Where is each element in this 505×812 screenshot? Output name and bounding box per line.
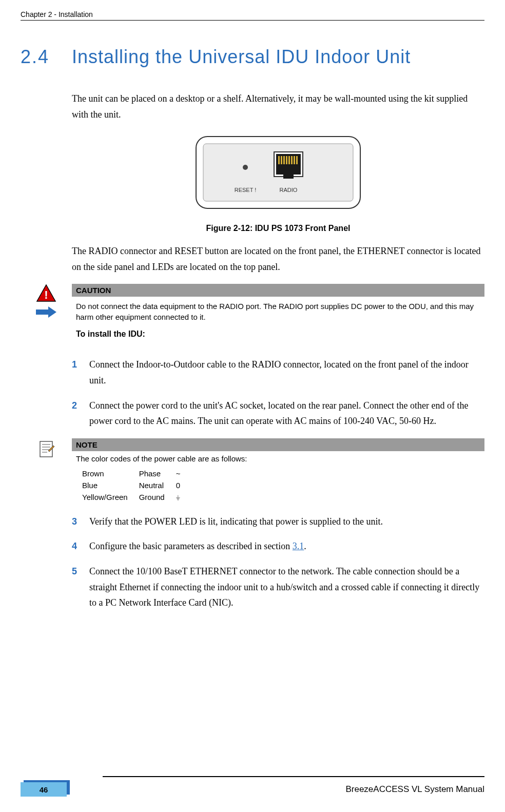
role-cell: Neutral <box>139 480 175 491</box>
radio-label: RADIO <box>280 187 298 193</box>
step-text: Connect the Indoor-to-Outdoor cable to t… <box>89 357 484 388</box>
figure-2-12: RESET ! RADIO Figure 2-12: IDU PS 1073 F… <box>72 131 484 233</box>
role-cell: Phase <box>139 468 175 479</box>
step-text: Configure the basic parameters as descri… <box>89 538 484 554</box>
step-number: 3 <box>72 514 89 530</box>
table-row: Brown Phase ~ <box>82 468 190 479</box>
page-footer: 46 BreezeACCESS VL System Manual <box>0 776 505 797</box>
step-text: Connect the power cord to the unit's AC … <box>89 398 484 429</box>
svg-rect-13 <box>296 156 298 164</box>
svg-rect-9 <box>286 156 287 164</box>
step-number: 2 <box>72 398 89 429</box>
step-3: 3 Verify that the POWER LED is lit, indi… <box>72 514 484 530</box>
note-callout: NOTE The color codes of the power cable … <box>21 438 484 509</box>
svg-rect-12 <box>294 156 295 164</box>
symbol-cell: ⏚ <box>176 492 191 502</box>
caution-callout: ! CAUTION Do not connect the data equipm… <box>21 284 484 352</box>
reset-label: RESET ! <box>235 187 257 193</box>
svg-point-2 <box>243 165 248 170</box>
step-5: 5 Connect the 10/100 BaseT ETHERNET conn… <box>72 564 484 611</box>
step-text: Verify that the POWER LED is lit, indica… <box>89 514 484 530</box>
symbol-cell: 0 <box>176 480 191 491</box>
caution-text: Do not connect the data equipment to the… <box>72 300 484 325</box>
paragraph-2: The RADIO connector and RESET button are… <box>72 243 484 275</box>
step-number: 4 <box>72 538 89 554</box>
svg-rect-8 <box>283 156 285 164</box>
table-row: Yellow/Green Ground ⏚ <box>82 492 190 502</box>
warning-icon: ! <box>36 284 56 302</box>
page-number: 46 <box>40 785 48 794</box>
note-header: NOTE <box>72 438 484 451</box>
symbol-cell: ~ <box>176 468 191 479</box>
note-intro: The color codes of the power cable are a… <box>72 454 484 467</box>
step-1: 1 Connect the Indoor-to-Outdoor cable to… <box>72 357 484 388</box>
step-number: 5 <box>72 564 89 611</box>
table-row: Blue Neutral 0 <box>82 480 190 491</box>
svg-rect-6 <box>278 156 280 164</box>
idu-front-panel-illustration: RESET ! RADIO <box>186 131 371 219</box>
note-icon <box>36 438 56 459</box>
color-cell: Yellow/Green <box>82 492 138 502</box>
section-heading-row: 2.4 Installing the Universal IDU Indoor … <box>21 46 484 68</box>
svg-text:!: ! <box>44 288 48 301</box>
manual-title: BreezeACCESS VL System Manual <box>345 784 484 795</box>
color-cell: Brown <box>82 468 138 479</box>
figure-caption: Figure 2-12: IDU PS 1073 Front Panel <box>72 224 484 233</box>
arrow-icon <box>35 305 57 319</box>
section-3-1-link[interactable]: 3.1 <box>293 541 304 551</box>
caution-header: CAUTION <box>72 284 484 297</box>
intro-paragraph: The unit can be placed on a desktop or a… <box>72 91 484 122</box>
step-2: 2 Connect the power cord to the unit's A… <box>72 398 484 429</box>
section-number: 2.4 <box>21 46 72 68</box>
role-cell: Ground <box>139 492 175 502</box>
color-cell: Blue <box>82 480 138 491</box>
section-title: Installing the Universal IDU Indoor Unit <box>72 46 411 68</box>
color-code-table: Brown Phase ~ Blue Neutral 0 Yellow/Gree… <box>72 467 196 509</box>
step-text: Connect the 10/100 BaseT ETHERNET connec… <box>89 564 484 611</box>
step-4: 4 Configure the basic parameters as desc… <box>72 538 484 554</box>
step4-post: . <box>304 541 306 551</box>
svg-rect-10 <box>288 156 290 164</box>
svg-rect-11 <box>291 156 293 164</box>
page-header: Chapter 2 - Installation <box>21 10 484 21</box>
svg-rect-7 <box>281 156 282 164</box>
page-number-tab: 46 <box>21 782 67 797</box>
step4-pre: Configure the basic parameters as descri… <box>89 541 293 551</box>
svg-marker-16 <box>36 306 56 318</box>
svg-rect-5 <box>283 173 294 179</box>
step-number: 1 <box>72 357 89 388</box>
to-install-heading: To install the IDU: <box>76 330 484 339</box>
